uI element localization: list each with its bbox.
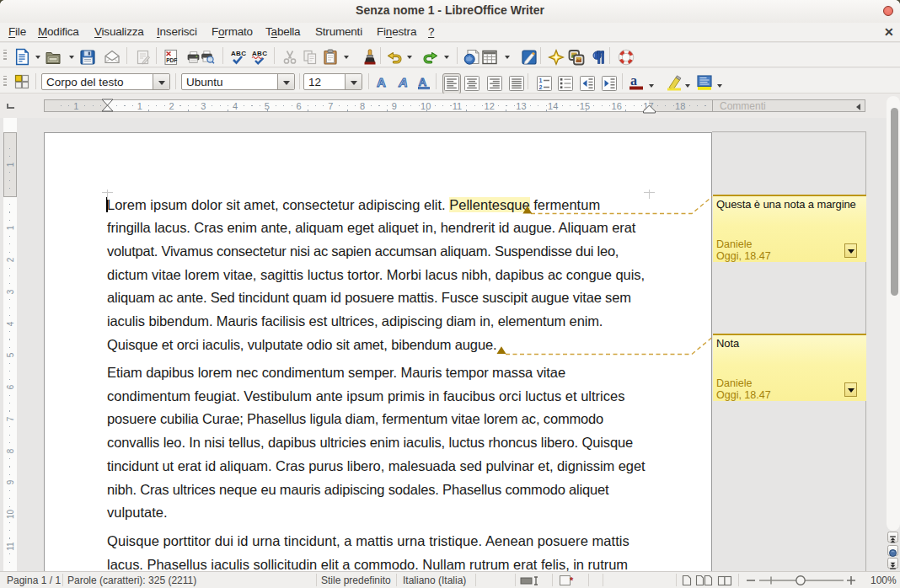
svg-text:1: 1	[539, 78, 543, 83]
svg-text:A: A	[377, 75, 386, 89]
svg-text:A: A	[419, 76, 427, 88]
svg-text:2: 2	[539, 84, 543, 90]
svg-text:*: *	[570, 575, 574, 585]
svg-text:A: A	[398, 75, 408, 89]
svg-text:ABC: ABC	[231, 50, 246, 57]
svg-text:a: a	[630, 74, 637, 88]
svg-text:ABC: ABC	[252, 50, 267, 57]
svg-text:PDF: PDF	[166, 57, 177, 63]
